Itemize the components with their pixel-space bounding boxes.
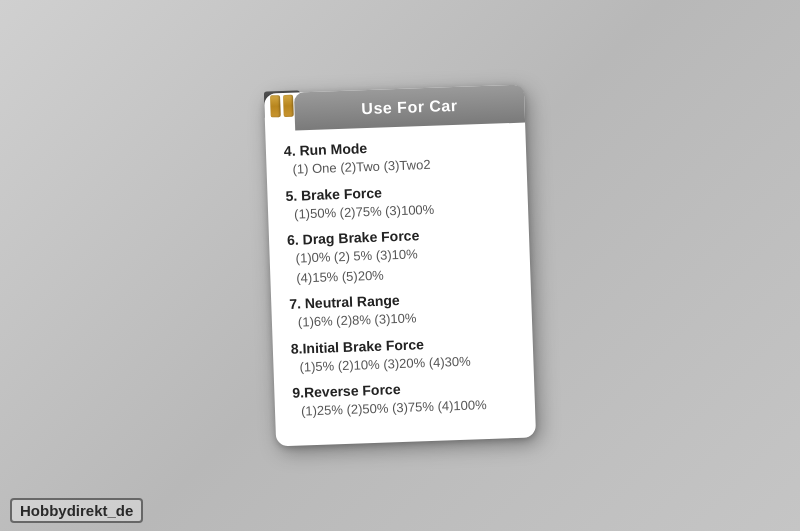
connector-pin-2 [283,95,294,117]
section-initial-brake-force: 8.Initial Brake Force (1)5% (2)10% (3)20… [291,333,516,377]
card-wrapper: Use For Car 4. Run Mode (1) One (2)Two (… [264,85,536,446]
initial-brake-force-value-1: (1)5% (2)10% (3)20% (4)30% [299,353,471,374]
section-run-mode: 4. Run Mode (1) One (2)Two (3)Two2 [284,135,509,179]
watermark-text: Hobbydirekt_de [20,502,133,519]
neutral-range-value-1: (1)6% (2)8% (3)10% [298,311,417,330]
brake-force-value-1: (1)50% (2)75% (3)100% [294,202,435,222]
section-drag-brake-force-values: (1)0% (2) 5% (3)10% (4)15% (5)20% [287,241,512,288]
reverse-force-value-1: (1)25% (2)50% (3)75% (4)100% [301,397,487,418]
run-mode-value-1: (1) One (2)Two (3)Two2 [292,157,430,177]
watermark: Hobbydirekt_de [10,498,143,523]
connector [264,91,300,122]
product-card: Use For Car 4. Run Mode (1) One (2)Two (… [264,85,536,446]
page-background: Use For Car 4. Run Mode (1) One (2)Two (… [0,0,800,531]
section-reverse-force: 9.Reverse Force (1)25% (2)50% (3)75% (4)… [292,377,517,421]
section-brake-force: 5. Brake Force (1)50% (2)75% (3)100% [285,180,510,224]
connector-pin-1 [270,95,281,117]
drag-brake-force-value-1: (1)0% (2) 5% (3)10% [295,247,418,266]
header-title: Use For Car [361,97,458,117]
section-drag-brake-force: 6. Drag Brake Force (1)0% (2) 5% (3)10% … [287,224,513,288]
card-body: 4. Run Mode (1) One (2)Two (3)Two2 5. Br… [265,123,536,446]
section-neutral-range: 7. Neutral Range (1)6% (2)8% (3)10% [289,288,514,332]
drag-brake-force-value-2: (4)15% (5)20% [296,267,384,285]
